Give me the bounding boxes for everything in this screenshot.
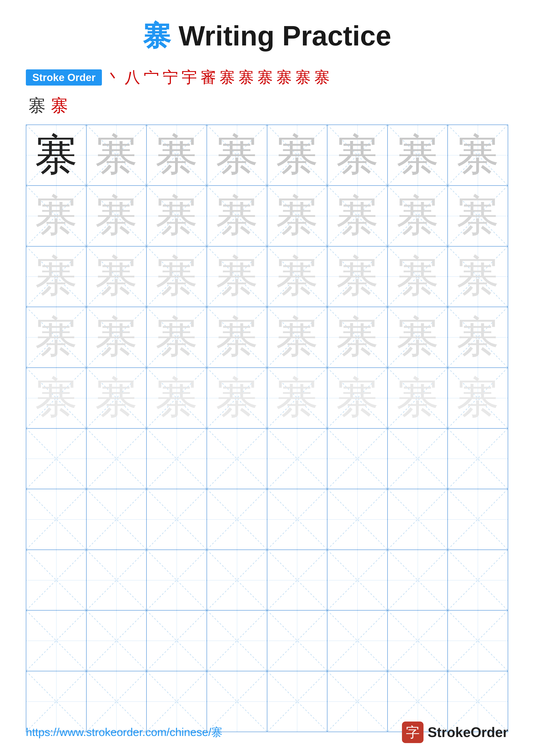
grid-cell-5-5[interactable]: 寨: [267, 368, 328, 428]
grid-cell-7-2[interactable]: [87, 489, 147, 550]
grid-cell-5-3[interactable]: 寨: [147, 368, 207, 428]
grid-cell-5-4[interactable]: 寨: [207, 368, 267, 428]
svg-line-109: [388, 489, 447, 550]
stroke-4: 宁: [161, 68, 180, 87]
grid-cell-1-4[interactable]: 寨: [207, 125, 267, 185]
svg-line-82: [87, 429, 146, 489]
grid-cell-1-7[interactable]: 寨: [388, 125, 448, 185]
grid-cell-2-4[interactable]: 寨: [207, 186, 267, 246]
grid-cell-2-6[interactable]: 寨: [327, 186, 388, 246]
grid-cell-4-4[interactable]: 寨: [207, 307, 267, 367]
svg-line-116: [147, 550, 207, 610]
svg-line-81: [26, 429, 86, 489]
practice-char-dark: 寨: [35, 126, 78, 184]
title-char: 寨: [143, 20, 171, 51]
grid-cell-9-8[interactable]: [448, 610, 508, 671]
grid-cell-6-4[interactable]: [207, 429, 267, 489]
grid-cell-7-8[interactable]: [448, 489, 508, 550]
grid-cell-8-3[interactable]: [147, 550, 207, 610]
grid-cell-1-5[interactable]: 寨: [267, 125, 328, 185]
grid-cell-8-5[interactable]: [267, 550, 328, 610]
grid-cell-1-2[interactable]: 寨: [87, 125, 147, 185]
grid-cell-9-2[interactable]: [87, 610, 147, 671]
grid-cell-4-5[interactable]: 寨: [267, 307, 328, 367]
grid-cell-3-4[interactable]: 寨: [207, 247, 267, 307]
grid-cell-4-2[interactable]: 寨: [87, 307, 147, 367]
grid-cell-3-2[interactable]: 寨: [87, 247, 147, 307]
grid-row-8: [26, 550, 508, 611]
svg-line-125: [388, 550, 447, 610]
grid-cell-9-6[interactable]: [327, 610, 388, 671]
grid-cell-3-5[interactable]: 寨: [267, 247, 328, 307]
grid-cell-4-8[interactable]: 寨: [448, 307, 508, 367]
grid-cell-7-7[interactable]: [388, 489, 448, 550]
grid-cell-5-1[interactable]: 寨: [26, 368, 87, 428]
stroke-10: 寨: [275, 68, 293, 87]
grid-cell-2-8[interactable]: 寨: [448, 186, 508, 246]
svg-line-119: [207, 550, 267, 610]
grid-cell-4-6[interactable]: 寨: [327, 307, 388, 367]
grid-cell-2-5[interactable]: 寨: [267, 186, 328, 246]
svg-line-88: [267, 429, 327, 489]
grid-cell-5-8[interactable]: 寨: [448, 368, 508, 428]
practice-char-light: 寨: [95, 126, 138, 184]
svg-line-104: [267, 489, 327, 550]
grid-cell-6-8[interactable]: [448, 429, 508, 489]
grid-cell-2-7[interactable]: 寨: [388, 186, 448, 246]
grid-cell-2-2[interactable]: 寨: [87, 186, 147, 246]
grid-cell-4-7[interactable]: 寨: [388, 307, 448, 367]
grid-cell-6-5[interactable]: [267, 429, 328, 489]
stroke-extra-2: 寨: [48, 95, 71, 116]
grid-cell-7-1[interactable]: [26, 489, 87, 550]
grid-cell-4-1[interactable]: 寨: [26, 307, 87, 367]
grid-cell-8-2[interactable]: [87, 550, 147, 610]
grid-cell-8-4[interactable]: [207, 550, 267, 610]
grid-cell-8-7[interactable]: [388, 550, 448, 610]
svg-line-118: [207, 550, 267, 610]
svg-line-126: [448, 550, 508, 610]
grid-cell-1-1[interactable]: 寨: [26, 125, 87, 185]
grid-cell-9-3[interactable]: [147, 610, 207, 671]
grid-cell-7-4[interactable]: [207, 489, 267, 550]
grid-cell-3-3[interactable]: 寨: [147, 247, 207, 307]
grid-cell-5-7[interactable]: 寨: [388, 368, 448, 428]
grid-cell-3-1[interactable]: 寨: [26, 247, 87, 307]
grid-cell-9-7[interactable]: [388, 610, 448, 671]
grid-cell-7-3[interactable]: [147, 489, 207, 550]
grid-cell-1-6[interactable]: 寨: [327, 125, 388, 185]
grid-cell-3-8[interactable]: 寨: [448, 247, 508, 307]
grid-cell-6-1[interactable]: [26, 429, 87, 489]
grid-cell-5-6[interactable]: 寨: [327, 368, 388, 428]
grid-cell-6-2[interactable]: [87, 429, 147, 489]
grid-cell-3-7[interactable]: 寨: [388, 247, 448, 307]
grid-cell-8-1[interactable]: [26, 550, 87, 610]
grid-cell-2-3[interactable]: 寨: [147, 186, 207, 246]
grid-cell-6-6[interactable]: [327, 429, 388, 489]
stroke-order-badge: Stroke Order: [26, 69, 102, 86]
grid-cell-1-8[interactable]: 寨: [448, 125, 508, 185]
svg-line-85: [147, 429, 207, 489]
stroke-8: 寨: [237, 68, 256, 87]
page-title: 寨 Writing Practice: [26, 17, 508, 55]
grid-cell-5-2[interactable]: 寨: [87, 368, 147, 428]
grid-cell-3-6[interactable]: 寨: [327, 247, 388, 307]
grid-cell-2-1[interactable]: 寨: [26, 186, 87, 246]
grid-cell-7-6[interactable]: [327, 489, 388, 550]
footer-url[interactable]: https://www.strokeorder.com/chinese/寨: [26, 725, 222, 740]
grid-cell-4-3[interactable]: 寨: [147, 307, 207, 367]
grid-cell-7-5[interactable]: [267, 489, 328, 550]
svg-line-98: [87, 489, 146, 550]
grid-cell-8-8[interactable]: [448, 550, 508, 610]
grid-cell-9-5[interactable]: [267, 610, 328, 671]
svg-line-95: [448, 429, 508, 489]
footer-logo: 字: [402, 721, 423, 743]
grid-cell-1-3[interactable]: 寨: [147, 125, 207, 185]
stroke-2: 八: [123, 68, 142, 87]
grid-cell-6-7[interactable]: [388, 429, 448, 489]
grid-cell-6-3[interactable]: [147, 429, 207, 489]
grid-cell-9-4[interactable]: [207, 610, 267, 671]
svg-line-94: [448, 429, 508, 489]
grid-cell-8-6[interactable]: [327, 550, 388, 610]
grid-cell-9-1[interactable]: [26, 610, 87, 671]
stroke-12: 寨: [313, 68, 332, 87]
